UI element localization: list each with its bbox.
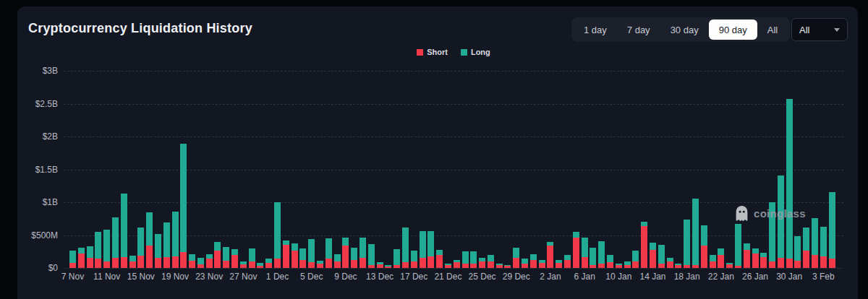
bar-12-jan[interactable]: [632, 251, 639, 268]
bar-14-jan[interactable]: [650, 243, 656, 268]
bar-25-dec[interactable]: [479, 258, 485, 268]
bar-28-nov[interactable]: [249, 248, 255, 268]
bar-15-dec[interactable]: [393, 249, 400, 268]
bar-14-nov[interactable]: [129, 256, 136, 268]
bar-16-jan[interactable]: [667, 258, 673, 268]
bar-19-dec[interactable]: [427, 231, 434, 268]
bar-30-nov[interactable]: [265, 259, 272, 268]
bar-21-dec[interactable]: [445, 264, 451, 268]
bar-3-jan[interactable]: [556, 260, 562, 268]
range-button-30-day[interactable]: 30 day: [660, 20, 709, 40]
bar-22-jan[interactable]: [718, 248, 724, 268]
bar-16-dec[interactable]: [402, 228, 409, 268]
bar-19-nov[interactable]: [172, 212, 179, 268]
bar-18-jan[interactable]: [684, 220, 690, 268]
bar-24-dec[interactable]: [470, 251, 477, 268]
bar-9-dec[interactable]: [342, 238, 349, 268]
x-axis-label: 9 Dec: [334, 272, 357, 282]
bar-3-feb[interactable]: [820, 227, 827, 268]
bar-7-dec[interactable]: [326, 238, 332, 268]
bar-23-dec[interactable]: [462, 251, 469, 268]
legend-item-short[interactable]: Short: [417, 48, 448, 56]
bar-18-dec[interactable]: [420, 231, 426, 268]
bar-12-nov[interactable]: [112, 217, 119, 268]
bar-22-dec[interactable]: [454, 260, 460, 268]
bar-11-nov[interactable]: [103, 230, 110, 268]
bar-31-jan[interactable]: [794, 236, 801, 268]
bar-15-nov[interactable]: [137, 228, 144, 268]
range-button-90-day[interactable]: 90 day: [709, 20, 757, 40]
bar-4-jan[interactable]: [564, 255, 571, 268]
bar-26-nov[interactable]: [231, 249, 238, 268]
bar-6-dec[interactable]: [317, 261, 323, 268]
bar-23-jan[interactable]: [726, 263, 733, 268]
bar-19-jan[interactable]: [692, 199, 699, 268]
bar-29-nov[interactable]: [257, 263, 263, 268]
bar-1-dec[interactable]: [274, 202, 281, 268]
bar-15-jan[interactable]: [658, 245, 665, 268]
bar-22-nov[interactable]: [197, 258, 204, 268]
symbol-filter-dropdown[interactable]: All: [791, 18, 848, 41]
bar-10-dec[interactable]: [351, 248, 357, 268]
bar-20-jan[interactable]: [701, 225, 707, 268]
bar-17-dec[interactable]: [411, 251, 417, 268]
bar-segment-long: [129, 256, 136, 261]
bar-26-jan[interactable]: [752, 248, 759, 268]
bar-2-dec[interactable]: [283, 240, 289, 268]
bar-14-dec[interactable]: [385, 265, 391, 268]
bar-7-jan[interactable]: [590, 248, 596, 268]
bar-23-nov[interactable]: [206, 254, 213, 268]
bar-10-jan[interactable]: [616, 264, 622, 268]
bar-1-feb[interactable]: [803, 228, 809, 268]
bar-5-dec[interactable]: [308, 239, 315, 268]
bar-27-jan[interactable]: [760, 253, 767, 268]
bar-27-dec[interactable]: [496, 264, 503, 268]
bar-4-dec[interactable]: [299, 248, 306, 268]
bar-21-nov[interactable]: [189, 254, 195, 268]
bar-11-jan[interactable]: [624, 261, 631, 268]
bar-6-jan[interactable]: [582, 238, 588, 268]
bar-29-dec[interactable]: [513, 248, 519, 268]
bar-12-dec[interactable]: [368, 244, 375, 268]
bar-segment-short: [377, 264, 383, 268]
bar-27-nov[interactable]: [240, 261, 247, 268]
bar-18-nov[interactable]: [163, 222, 170, 268]
bar-26-dec[interactable]: [488, 255, 494, 268]
bar-28-dec[interactable]: [504, 265, 511, 268]
bar-13-dec[interactable]: [377, 262, 383, 268]
bar-8-nov[interactable]: [78, 248, 85, 268]
bar-17-nov[interactable]: [155, 234, 161, 268]
legend-item-long[interactable]: Long: [461, 48, 490, 56]
bar-8-jan[interactable]: [598, 241, 605, 268]
bar-4-feb[interactable]: [829, 192, 835, 268]
bar-20-nov[interactable]: [180, 144, 187, 268]
bar-9-nov[interactable]: [87, 246, 93, 268]
bar-11-dec[interactable]: [359, 238, 366, 268]
bar-8-dec[interactable]: [334, 254, 341, 268]
bar-5-jan[interactable]: [573, 232, 579, 268]
bar-16-nov[interactable]: [146, 212, 153, 268]
bar-31-dec[interactable]: [530, 254, 537, 268]
bar-10-nov[interactable]: [95, 232, 101, 268]
bar-17-jan[interactable]: [675, 264, 681, 268]
bar-30-jan[interactable]: [786, 99, 793, 268]
bar-7-nov[interactable]: [69, 251, 76, 268]
bar-30-dec[interactable]: [522, 259, 528, 268]
bar-20-dec[interactable]: [436, 250, 443, 268]
bar-9-jan[interactable]: [607, 255, 613, 268]
range-button-7-day[interactable]: 7 day: [617, 20, 660, 40]
bar-25-nov[interactable]: [223, 247, 229, 268]
bar-2-feb[interactable]: [812, 218, 818, 268]
bar-13-jan[interactable]: [641, 222, 647, 268]
bar-1-jan[interactable]: [539, 260, 545, 268]
bar-25-jan[interactable]: [744, 243, 750, 268]
range-button-all[interactable]: All: [757, 20, 788, 40]
bar-24-nov[interactable]: [214, 242, 221, 268]
bar-24-jan[interactable]: [735, 224, 741, 268]
bar-13-nov[interactable]: [121, 194, 127, 268]
bar-3-dec[interactable]: [292, 243, 298, 268]
range-button-1-day[interactable]: 1 day: [574, 20, 617, 40]
bar-21-jan[interactable]: [710, 255, 716, 268]
bar-2-jan[interactable]: [547, 242, 553, 268]
bar-segment-long: [146, 212, 153, 245]
